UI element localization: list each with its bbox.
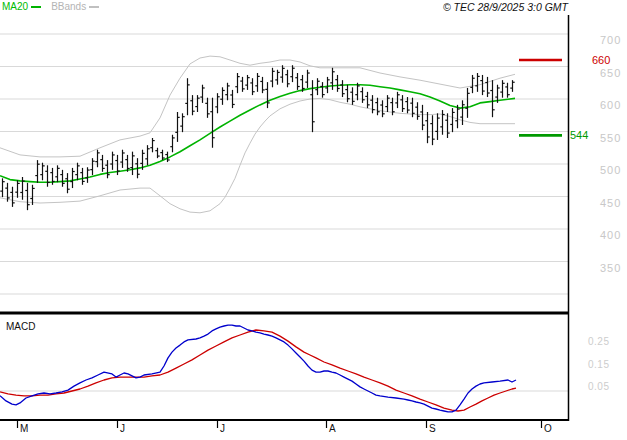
price-tick-700: 700 [600,34,621,46]
month-label-1: J [120,423,125,434]
price-tick-400: 400 [600,229,621,241]
candlesticks [0,65,514,210]
month-label-3: A [329,423,336,434]
price-tick-350: 350 [600,262,621,274]
month-ticks [18,420,542,428]
month-label-4: S [429,423,436,434]
support-resistance-lines [519,60,562,135]
macd-tick-0.05: 0.05 [588,381,609,393]
price-tick-550: 550 [600,132,621,144]
signal-line [0,330,516,411]
price-gridlines [0,34,569,294]
month-label-5: O [544,423,552,434]
price-tick-500: 500 [600,164,621,176]
chart-borders [0,15,569,421]
price-tick-650: 650 [600,67,621,79]
month-label-2: J [220,423,225,434]
stock-chart: MA20 BBands © TEC 28/9/2025 3:0 GMT MACD… [0,0,627,440]
macd-panel-label: MACD [6,321,35,332]
macd-tick-0.15: 0.15 [588,359,609,371]
chart-canvas [0,0,627,440]
macd-tick-0.25: 0.25 [588,336,609,348]
resistance-value-label: 660 [592,54,610,66]
month-label-0: M [20,423,28,434]
macd-line [0,325,516,412]
price-tick-600: 600 [600,99,621,111]
price-tick-450: 450 [600,197,621,209]
support-value-label: 544 [570,129,588,141]
